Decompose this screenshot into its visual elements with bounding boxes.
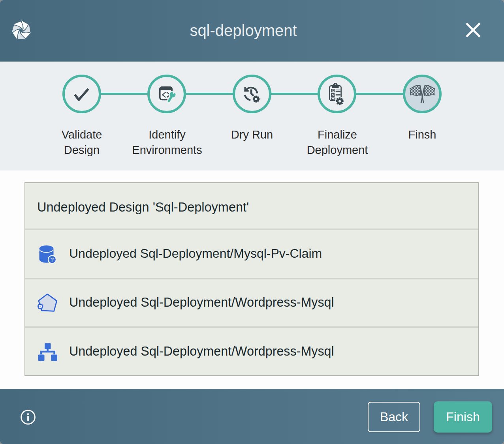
svg-text:?: ?	[51, 256, 54, 263]
